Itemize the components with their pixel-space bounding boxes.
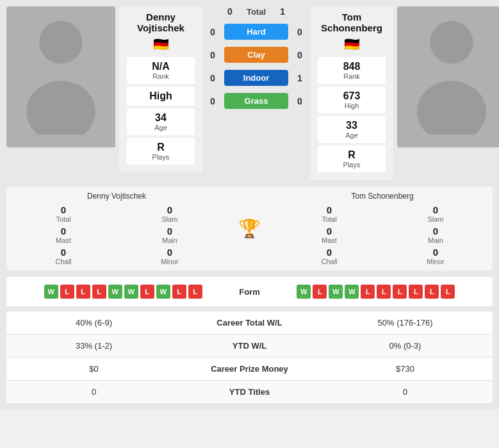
right-form-badge: L	[313, 285, 327, 299]
svg-point-3	[417, 81, 486, 135]
stats-left-value: 40% (6-9)	[16, 318, 172, 328]
stats-center-label: YTD Titles	[172, 387, 327, 397]
indoor-right-score: 1	[293, 73, 306, 83]
left-form-badge: L	[172, 285, 186, 299]
right-minor-val: 0	[384, 247, 487, 258]
right-high-label: High	[324, 102, 379, 110]
left-main-stat: 0 Main	[118, 226, 222, 244]
total-left-score: 0	[224, 6, 236, 17]
right-mast-stat: 0 Mast	[277, 226, 381, 244]
left-rank-label: Rank	[133, 72, 188, 80]
left-bottom-stats: Denny Vojtischek 0 Total 0 Slam 0 Mast 0…	[12, 192, 222, 265]
right-chall-lbl: Chall	[277, 258, 381, 265]
stats-right-value: $730	[327, 364, 483, 374]
right-rank-stat: 848 Rank	[318, 57, 386, 84]
right-plays-label: Plays	[324, 161, 379, 169]
trophy-icon: 🏆	[238, 218, 261, 239]
right-total-val: 0	[277, 204, 381, 215]
right-mast-val: 0	[277, 226, 381, 236]
grass-right-score: 0	[293, 96, 306, 106]
right-bottom-stats: Tom Schonenberg 0 Total 0 Slam 0 Mast 0 …	[277, 192, 487, 265]
left-age-stat: 34 Age	[127, 108, 195, 135]
total-right-score: 1	[276, 6, 289, 17]
left-high-value: High	[133, 90, 188, 102]
left-chall-stat: 0 Chall	[12, 247, 115, 265]
right-mast-lbl: Mast	[277, 236, 381, 244]
left-display-name: Denny Vojtischek	[12, 192, 222, 201]
stats-right-value: 0	[327, 387, 483, 397]
left-rank-stat: N/A Rank	[127, 57, 195, 84]
left-chall-lbl: Chall	[12, 258, 115, 265]
clay-surface-btn[interactable]: Clay	[224, 47, 288, 63]
stats-center-label: YTD W/L	[172, 341, 327, 351]
left-player-name: Denny Vojtischek	[127, 12, 195, 33]
svg-point-2	[430, 21, 473, 63]
clay-right-score: 0	[293, 50, 306, 60]
svg-point-1	[26, 81, 95, 135]
right-rank-label: Rank	[324, 72, 379, 80]
indoor-surface-btn[interactable]: Indoor	[224, 70, 288, 86]
right-form-badge: L	[361, 285, 375, 299]
right-form-badges: WLWWLLLLLL	[297, 285, 486, 299]
right-main-val: 0	[384, 226, 487, 236]
left-slam-stat: 0 Slam	[118, 204, 222, 223]
form-label: Form	[202, 287, 297, 297]
left-total-stat: 0 Total	[12, 204, 115, 223]
total-row: 0 Total 1	[224, 6, 289, 17]
left-mast-stat: 0 Mast	[12, 226, 115, 244]
right-player-card: Tom Schonenberg 🇩🇪 848 Rank 673 High 33 …	[310, 6, 393, 180]
left-form-badge: W	[156, 285, 170, 299]
left-player-card: Denny Vojtischek 🇩🇪 N/A Rank High 34 Age…	[119, 6, 202, 172]
left-age-value: 34	[133, 112, 188, 124]
surface-row-indoor: 0 Indoor 1	[206, 70, 306, 86]
stats-row: 0YTD Titles0	[6, 381, 493, 403]
left-rank-value: N/A	[133, 61, 188, 72]
stats-left-value: 0	[16, 387, 172, 397]
right-player-name: Tom Schonenberg	[318, 12, 386, 33]
right-total-lbl: Total	[277, 215, 381, 223]
svg-point-0	[39, 21, 82, 63]
left-minor-lbl: Minor	[118, 258, 222, 265]
left-total-val: 0	[12, 204, 115, 215]
right-player-photo	[397, 6, 499, 147]
right-slam-val: 0	[384, 204, 487, 215]
right-chall-val: 0	[277, 247, 381, 258]
left-main-lbl: Main	[118, 236, 222, 244]
right-age-stat: 33 Age	[318, 116, 386, 143]
hard-left-score: 0	[206, 27, 219, 37]
stats-center-label: Career Total W/L	[172, 318, 327, 328]
right-slam-stat: 0 Slam	[384, 204, 487, 223]
grass-left-score: 0	[206, 96, 219, 106]
stats-row: 33% (1-2)YTD W/L0% (0-3)	[6, 335, 493, 358]
left-form-badge: W	[108, 285, 122, 299]
right-form-badge: L	[441, 285, 455, 299]
stats-row: $0Career Prize Money$730	[6, 358, 493, 381]
surface-row-grass: 0 Grass 0	[206, 93, 306, 109]
stats-table: 40% (6-9)Career Total W/L50% (176-176)33…	[6, 311, 493, 403]
grass-surface-btn[interactable]: Grass	[224, 93, 288, 109]
hard-surface-btn[interactable]: Hard	[224, 24, 288, 40]
right-plays-value: R	[324, 149, 379, 161]
left-plays-stat: R Plays	[127, 138, 195, 165]
stats-right-value: 0% (0-3)	[327, 341, 483, 351]
stats-center-label: Career Prize Money	[172, 364, 327, 374]
right-minor-stat: 0 Minor	[384, 247, 487, 265]
right-chall-stat: 0 Chall	[277, 247, 381, 265]
left-player-flag: 🇩🇪	[127, 37, 195, 52]
right-high-stat: 673 High	[318, 87, 386, 113]
right-slam-lbl: Slam	[384, 215, 487, 223]
right-high-value: 673	[324, 90, 379, 102]
form-section: WLLLWWLWLL Form WLWWLLLLLL	[6, 277, 493, 306]
right-plays-stat: R Plays	[318, 145, 386, 172]
left-mast-lbl: Mast	[56, 236, 71, 244]
stats-left-value: 33% (1-2)	[16, 341, 172, 351]
left-plays-label: Plays	[133, 153, 188, 161]
left-total-lbl: Total	[12, 215, 115, 223]
stats-left-value: $0	[16, 364, 172, 374]
stats-row: 40% (6-9)Career Total W/L50% (176-176)	[6, 311, 493, 335]
left-form-badge: L	[92, 285, 106, 299]
indoor-left-score: 0	[206, 73, 219, 83]
right-form-badge: L	[409, 285, 423, 299]
left-chall-val: 0	[12, 247, 115, 258]
trophy-center: 🏆	[225, 192, 274, 265]
